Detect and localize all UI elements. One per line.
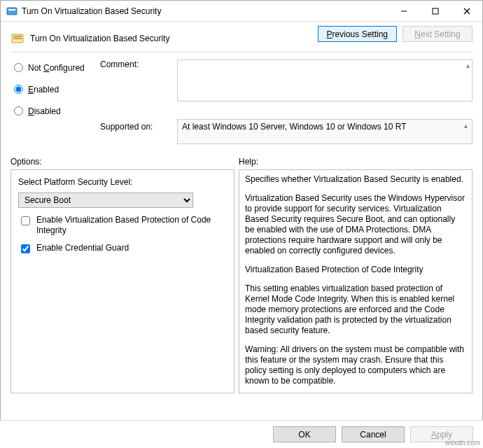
- separator: [10, 52, 472, 52]
- help-panel: Specifies whether Virtualization Based S…: [239, 169, 472, 393]
- title-bar: Turn On Virtualization Based Security: [1, 1, 482, 22]
- dialog-footer: OK Cancel Apply: [0, 420, 483, 448]
- svg-rect-8: [13, 38, 22, 39]
- maximize-button[interactable]: [419, 1, 451, 21]
- svg-rect-7: [13, 36, 22, 37]
- checkbox-credential-guard[interactable]: Enable Credential Guard: [18, 243, 227, 255]
- help-label: Help:: [239, 157, 258, 167]
- comment-textarea[interactable]: [177, 59, 472, 102]
- supported-on-box: At least Windows 10 Server, Windows 10 o…: [177, 119, 472, 144]
- watermark: wsxdn.com: [445, 439, 480, 447]
- next-setting-button[interactable]: Next Setting: [402, 26, 472, 42]
- policy-icon: [10, 31, 24, 46]
- help-text: Specifies whether Virtualization Based S…: [245, 174, 466, 388]
- supported-text: At least Windows 10 Server, Windows 10 o…: [182, 122, 407, 132]
- radio-enabled[interactable]: Enabled: [10, 83, 93, 94]
- policy-title: Turn On Virtualization Based Security: [30, 34, 169, 43]
- close-button[interactable]: [451, 1, 482, 21]
- platform-level-select[interactable]: Secure Boot: [18, 192, 193, 208]
- svg-rect-3: [433, 8, 438, 14]
- options-label: Options:: [10, 157, 239, 167]
- radio-not-configured[interactable]: Not Configured: [10, 61, 93, 73]
- comment-label: Comment:: [100, 59, 170, 69]
- checkbox-vbp-code-integrity[interactable]: Enable Virtualization Based Protection o…: [18, 215, 227, 236]
- ok-button[interactable]: OK: [273, 426, 336, 442]
- scroll-up-icon: ▲: [463, 122, 469, 130]
- window-title: Turn On Virtualization Based Security: [22, 6, 388, 16]
- minimize-button[interactable]: [388, 1, 419, 21]
- previous-setting-button[interactable]: Previous Setting: [318, 26, 397, 42]
- svg-rect-0: [7, 8, 17, 15]
- supported-label: Supported on:: [100, 119, 170, 132]
- options-panel: Select Platform Security Level: Secure B…: [10, 169, 234, 393]
- cancel-button[interactable]: Cancel: [342, 426, 405, 442]
- app-icon: [6, 6, 18, 17]
- radio-disabled[interactable]: Disabled: [10, 104, 93, 116]
- platform-level-label: Select Platform Security Level:: [18, 177, 227, 187]
- scroll-up-icon: ▲: [465, 62, 471, 69]
- svg-rect-1: [8, 9, 15, 10]
